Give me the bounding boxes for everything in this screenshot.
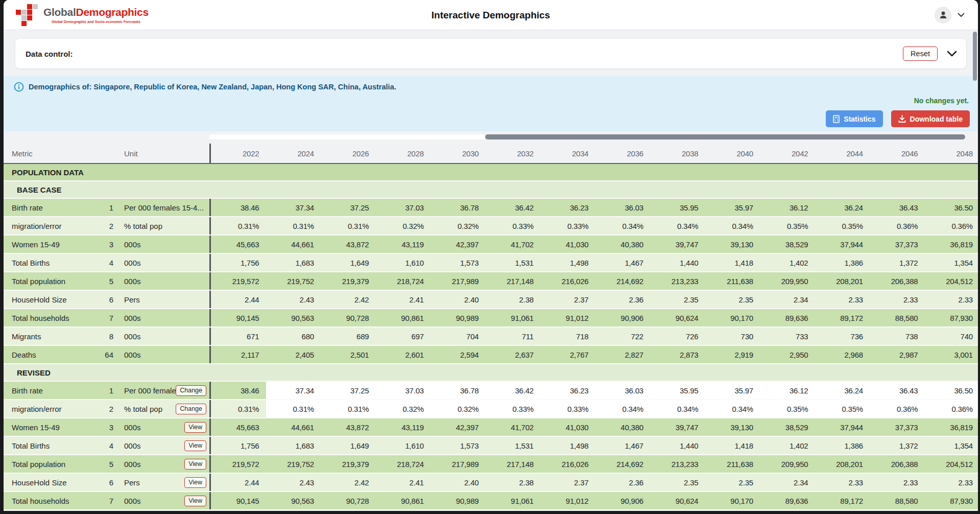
download-table-button[interactable]: Download table [891, 110, 970, 127]
panel-chevron-down-icon[interactable] [947, 51, 957, 57]
year-header: 2032 [486, 144, 541, 163]
horizontal-scrollbar-track[interactable] [209, 134, 485, 139]
user-avatar[interactable] [935, 7, 951, 24]
year-header: 2030 [431, 144, 486, 163]
view-button[interactable]: View [184, 496, 206, 506]
value-cell: 36.23 [540, 382, 595, 399]
value-cell: 0.35% [760, 400, 815, 417]
value-cell: 726 [650, 328, 705, 345]
person-icon [939, 10, 948, 19]
data-control-label: Data control: [26, 50, 73, 58]
value-cell: 0.34% [650, 217, 705, 235]
calculator-icon [833, 115, 840, 123]
value-cell: 216,026 [540, 272, 595, 290]
value-cell: 0.31% [266, 400, 321, 417]
value-cell: 2.35 [650, 291, 705, 308]
unit-label: 000s [124, 423, 141, 432]
value-cell: 1,531 [486, 254, 541, 271]
unit-label: 000s [124, 314, 141, 322]
change-button[interactable]: Change [176, 385, 206, 396]
value-cell: 0.32% [376, 217, 431, 235]
value-cell: 36.78 [431, 199, 486, 216]
value-cell: 2,827 [595, 346, 651, 363]
value-cell: 1,372 [870, 437, 925, 454]
account-chevron-down-icon[interactable] [958, 13, 965, 17]
horizontal-scrollbar-thumb[interactable] [485, 134, 965, 139]
value-cell: 2.36 [595, 291, 651, 308]
value-cell: 2,637 [486, 346, 541, 363]
value-cell: 41,702 [486, 236, 541, 253]
value-cell: 89,172 [815, 492, 870, 509]
value-cell: 88,580 [870, 309, 925, 326]
metric-label: Total Births [12, 259, 50, 267]
metric-number: 4 [109, 441, 113, 450]
value-cell: 0.32% [431, 400, 486, 417]
navbar: GlobalDemographics Global Demographic an… [4, 0, 978, 30]
metric-label: HouseHold Size [12, 295, 67, 304]
value-cell: 218,724 [376, 272, 431, 290]
value-cell: 204,512 [925, 272, 978, 290]
unit-label: 000s [124, 351, 141, 359]
value-cell: 39,130 [705, 236, 760, 253]
view-button[interactable]: View [184, 422, 206, 433]
metric-label: migration/error [12, 222, 62, 230]
year-header: 2046 [870, 144, 925, 163]
value-cell: 680 [266, 328, 321, 345]
value-cell: 0.36% [925, 400, 978, 417]
vertical-scrollbar-thumb[interactable] [973, 32, 977, 81]
value-cell: 37.25 [321, 199, 376, 216]
value-cell: 2,987 [870, 346, 925, 363]
view-button[interactable]: View [184, 459, 206, 470]
value-cell: 0.33% [486, 217, 541, 235]
value-cell: 733 [760, 328, 815, 345]
value-cell: 36.23 [540, 199, 595, 216]
logo[interactable]: GlobalDemographics Global Demographic an… [16, 3, 149, 27]
unit-label: % total pop [124, 405, 162, 413]
year-header: 2044 [815, 144, 870, 163]
value-cell: 87,930 [925, 492, 978, 509]
value-cell: 213,233 [650, 455, 705, 473]
reset-button[interactable]: Reset [903, 46, 938, 61]
value-cell: 1,418 [705, 254, 760, 271]
value-cell: 87,930 [925, 309, 978, 326]
metric-label: Total households [12, 497, 69, 505]
value-cell: 2.33 [925, 474, 978, 491]
value-cell: 36.50 [925, 382, 978, 399]
value-cell: 35.95 [650, 382, 705, 399]
value-cell: 42,397 [431, 418, 486, 436]
download-icon [898, 115, 906, 123]
statistics-button[interactable]: Statistics [826, 110, 882, 127]
value-cell: 35.97 [705, 199, 760, 216]
value-cell: 0.36% [870, 217, 925, 235]
value-cell: 43,872 [321, 236, 376, 253]
table-row: HouseHold Size6PersView2.442.432.422.412… [4, 474, 978, 492]
view-button[interactable]: View [184, 440, 206, 451]
metric-label: migration/error [12, 405, 62, 413]
value-cell: 1,531 [486, 437, 541, 454]
subsection-header: REVISED [4, 364, 978, 382]
value-cell: 1,386 [815, 437, 870, 454]
value-cell: 0.32% [431, 217, 486, 235]
app-window: GlobalDemographics Global Demographic an… [4, 0, 978, 511]
view-button[interactable]: View [184, 477, 206, 488]
value-cell: 37.03 [376, 199, 431, 216]
unit-label: Pers [124, 295, 140, 304]
metric-label: Deaths [12, 351, 36, 359]
year-header: 2022 [211, 144, 266, 163]
year-header: 2048 [925, 144, 978, 163]
change-button[interactable]: Change [176, 404, 206, 414]
data-control-panel: Data control: Reset [15, 39, 966, 68]
value-cell: 36.42 [486, 382, 541, 399]
value-cell: 0.34% [595, 217, 651, 235]
metric-number: 1 [109, 203, 113, 212]
value-cell: 1,573 [431, 437, 486, 454]
metric-number: 8 [109, 332, 113, 341]
metric-number: 3 [109, 423, 113, 432]
value-cell: 1,440 [650, 254, 705, 271]
value-cell: 711 [486, 328, 541, 345]
year-header: 2028 [376, 144, 431, 163]
table-row: Women 15-493000s45,66344,66143,87243,119… [4, 236, 978, 254]
value-cell: 2.35 [705, 474, 760, 491]
value-cell: 2.35 [650, 474, 705, 491]
table-row: Total Births4000sView1,7561,6831,6491,61… [4, 437, 978, 455]
